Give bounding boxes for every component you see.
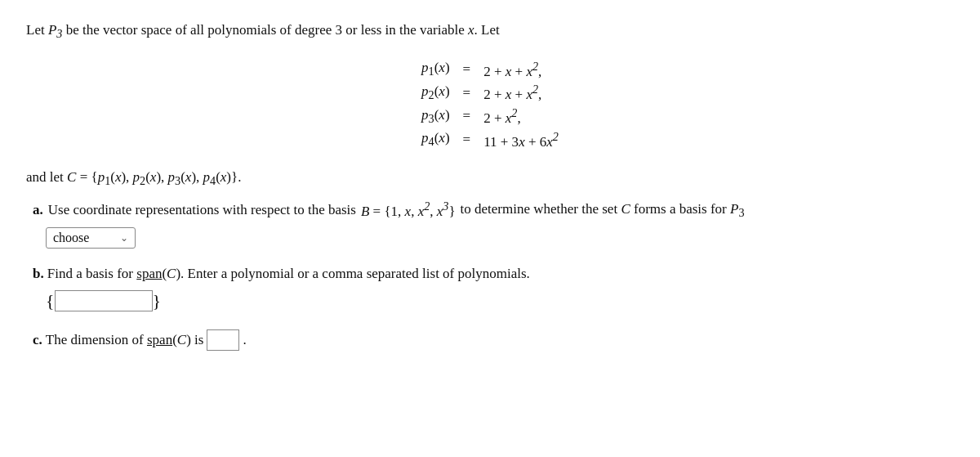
eq4-lhs: p4(x) [416,128,454,152]
part-b-input-row: { } [33,290,954,311]
part-c-question: c. The dimension of span(C) is . [33,328,954,353]
part-a-question: a. Use coordinate representations with r… [33,197,954,222]
part-b-label: b. [33,262,44,287]
part-c-period: . [243,328,246,353]
part-c: c. The dimension of span(C) is . [26,328,954,353]
eq3-rhs: 2 + x2, [479,105,564,128]
part-a-label: a. [33,199,43,221]
part-a-text2: to determine whether the set C forms a b… [461,198,745,222]
eq1-lhs: p1(x) [416,58,454,82]
intro-text: Let P3 be the vector space of all polyno… [26,20,954,43]
equations-table: p1(x) = 2 + x + x2, p2(x) = 2 + x + x2, … [416,58,564,152]
basis-b: B = {1, x, x2, x3} [361,197,456,222]
choose-label: choose [53,231,89,245]
eq3-sign: = [455,105,479,128]
eq1-rhs: 2 + x + x2, [479,58,564,82]
p3-symbol: P3 [48,22,62,38]
part-b-text: Find a basis for span(C). Enter a polyno… [47,262,530,287]
eq2-rhs: 2 + x + x2, [479,81,564,105]
part-a-answer-row: choose ⌄ [33,227,954,249]
eq2-sign: = [455,81,479,105]
part-c-text1: The dimension of span(C) is [46,328,204,353]
equation-row-1: p1(x) = 2 + x + x2, [416,58,564,82]
eq4-rhs: 11 + 3x + 6x2 [479,128,564,152]
set-definition: and let C = {p1(x), p2(x), p3(x), p4(x)}… [26,166,954,190]
open-brace: { [46,292,55,310]
equation-row-3: p3(x) = 2 + x2, [416,105,564,128]
eq4-sign: = [455,128,479,152]
eq1-sign: = [455,58,479,82]
part-b: b. Find a basis for span(C). Enter a pol… [26,262,954,311]
choose-dropdown[interactable]: choose ⌄ [46,227,136,249]
dimension-input[interactable] [207,329,239,351]
chevron-down-icon: ⌄ [120,232,128,244]
part-a: a. Use coordinate representations with r… [26,197,954,249]
eq2-lhs: p2(x) [416,81,454,105]
equation-row-4: p4(x) = 11 + 3x + 6x2 [416,128,564,152]
span-basis-input[interactable] [55,290,153,311]
eq3-lhs: p3(x) [416,105,454,128]
equations-block: p1(x) = 2 + x + x2, p2(x) = 2 + x + x2, … [26,58,954,152]
equation-row-2: p2(x) = 2 + x + x2, [416,81,564,105]
close-brace: } [153,292,162,310]
part-c-label: c. [33,328,42,353]
part-a-text1: Use coordinate representations with resp… [48,199,356,221]
part-b-question: b. Find a basis for span(C). Enter a pol… [33,262,954,287]
